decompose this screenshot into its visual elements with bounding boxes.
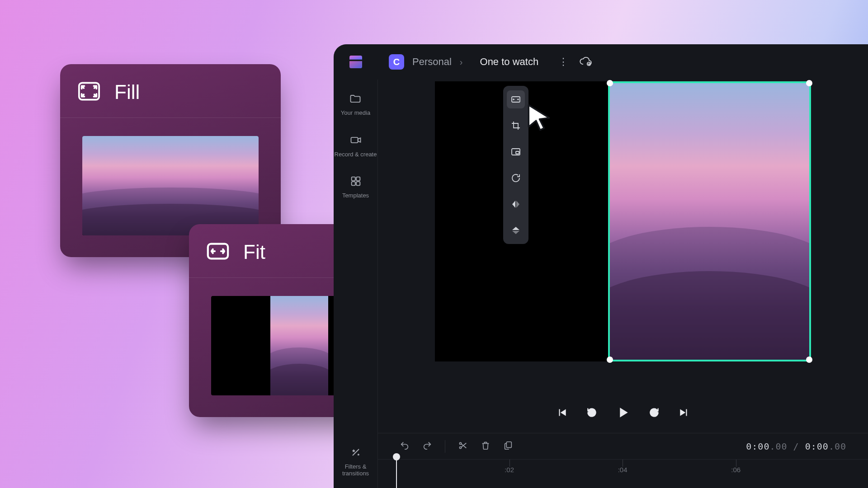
- chevron-right-icon: ›: [460, 57, 463, 67]
- resize-handle-br[interactable]: [806, 357, 812, 363]
- sidebar-item-label: Your media: [341, 109, 370, 117]
- svg-rect-4: [351, 177, 355, 181]
- svg-rect-7: [356, 182, 360, 185]
- rotate-tool-button[interactable]: [507, 169, 525, 187]
- tick-label: :06: [731, 466, 741, 474]
- svg-rect-6: [351, 182, 355, 185]
- editor-window: C Personal › One to watch ⋮ Your media R…: [334, 44, 868, 488]
- flip-horizontal-button[interactable]: [507, 195, 525, 213]
- split-button[interactable]: [458, 441, 468, 452]
- svg-rect-3: [351, 137, 358, 143]
- resize-handle-tr[interactable]: [806, 80, 812, 86]
- sidebar-item-label: Record & create: [335, 151, 377, 158]
- edit-toolbar: 0:00.00 / 0:00.00: [378, 433, 868, 459]
- resize-handle-tl[interactable]: [607, 80, 613, 86]
- workspace-name[interactable]: Personal: [412, 56, 452, 68]
- previous-button[interactable]: [556, 407, 568, 420]
- tick-label: :04: [618, 466, 627, 474]
- playback-controls: [378, 394, 868, 433]
- sidebar-item-record-create[interactable]: Record & create: [335, 134, 377, 158]
- tick-label: :02: [505, 466, 514, 474]
- fit-label: Fit: [243, 241, 265, 263]
- kebab-menu-icon[interactable]: ⋮: [556, 56, 571, 68]
- timecode-display: 0:00.00 / 0:00.00: [746, 441, 846, 452]
- sidebar: Your media Record & create Templates Fil…: [334, 80, 378, 488]
- flip-vertical-button[interactable]: [507, 221, 525, 239]
- main-area: 0:00.00 / 0:00.00 :02 :04 :06: [378, 80, 868, 488]
- cloud-sync-icon[interactable]: [579, 55, 592, 69]
- svg-rect-13: [506, 441, 511, 447]
- play-button[interactable]: [616, 405, 630, 422]
- cursor-icon: [524, 101, 554, 132]
- fill-icon: [76, 79, 102, 106]
- svg-rect-5: [356, 177, 360, 181]
- preview-canvas[interactable]: [435, 81, 811, 361]
- sidebar-item-templates[interactable]: Templates: [342, 175, 369, 199]
- next-button[interactable]: [678, 407, 690, 420]
- topbar: C Personal › One to watch ⋮: [378, 44, 868, 80]
- fill-preview: [82, 136, 259, 235]
- fit-tool-button[interactable]: [507, 90, 525, 108]
- timeline[interactable]: :02 :04 :06: [378, 459, 868, 488]
- delete-button[interactable]: [481, 441, 491, 452]
- app-logo[interactable]: [334, 44, 378, 80]
- forward-button[interactable]: [648, 407, 660, 420]
- crop-tool-button[interactable]: [507, 117, 525, 135]
- sidebar-item-label: Templates: [342, 192, 369, 199]
- rewind-button[interactable]: [586, 407, 598, 420]
- pip-tool-button[interactable]: [507, 143, 525, 161]
- undo-button[interactable]: [400, 441, 410, 452]
- duplicate-button[interactable]: [503, 441, 513, 452]
- sidebar-item-filters-transitions[interactable]: Filters & transitions: [342, 446, 369, 477]
- redo-button[interactable]: [422, 441, 432, 452]
- fill-label: Fill: [114, 81, 140, 103]
- selected-clip[interactable]: [608, 81, 811, 361]
- svg-rect-10: [516, 151, 519, 154]
- sidebar-item-label: Filters & transitions: [342, 463, 369, 477]
- fit-icon: [205, 239, 231, 266]
- sidebar-item-your-media[interactable]: Your media: [341, 92, 370, 117]
- project-name[interactable]: One to watch: [471, 52, 548, 71]
- workspace-badge[interactable]: C: [389, 54, 404, 70]
- resize-handle-bl[interactable]: [607, 357, 613, 363]
